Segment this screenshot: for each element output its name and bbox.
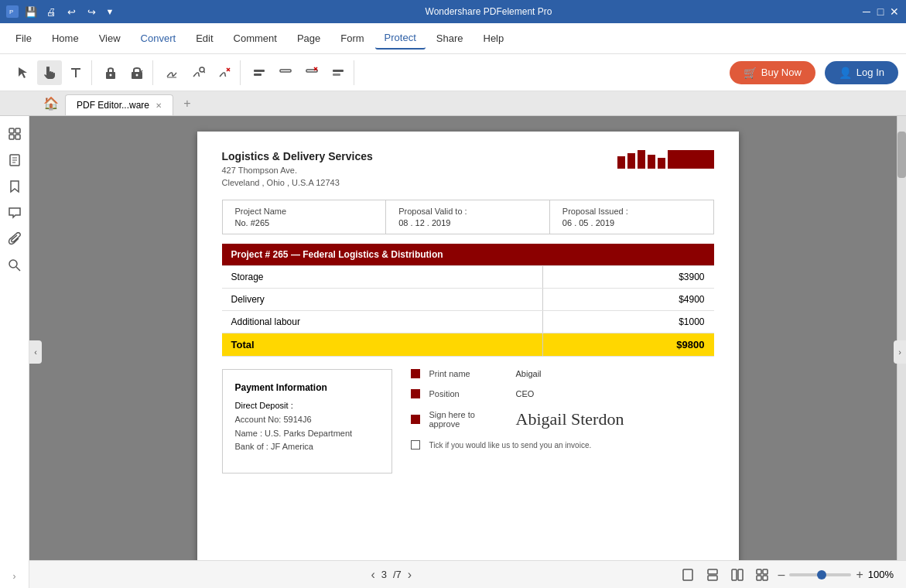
sidebar-search-icon[interactable] [3, 254, 26, 277]
current-page: 3 [381, 569, 387, 580]
sidebar-attachment-icon[interactable] [3, 227, 26, 251]
lock-password-button[interactable] [98, 60, 123, 85]
svg-line-7 [141, 70, 142, 72]
clear-sign-button[interactable] [212, 60, 237, 85]
select-tool-button[interactable] [11, 60, 36, 85]
sidebar-pages-icon[interactable] [3, 149, 26, 172]
menu-convert[interactable]: Convert [132, 28, 186, 49]
svg-point-4 [110, 74, 112, 76]
item-name-labour: Additional labour [222, 311, 543, 333]
status-right: – + 100% [679, 566, 894, 584]
cart-icon: 🛒 [744, 67, 757, 79]
table-row-total: Total $9800 [222, 333, 714, 357]
menu-share[interactable]: Share [427, 28, 473, 49]
svg-rect-22 [15, 128, 20, 133]
payment-account: Account No: 5914J6 [235, 413, 379, 427]
svg-rect-14 [254, 74, 262, 76]
svg-rect-19 [333, 70, 344, 72]
menu-file[interactable]: File [6, 28, 41, 49]
menu-comment[interactable]: Comment [224, 28, 286, 49]
bar-1 [617, 156, 625, 169]
left-panel-toggle[interactable]: ‹ [29, 340, 42, 364]
page-navigation: ‹ 3 /7 › [371, 568, 412, 582]
toolbar: 🛒 Buy Now 👤 Log In [0, 54, 906, 91]
home-tab-icon[interactable]: 🏠 [39, 91, 63, 115]
tab-close-button[interactable]: ✕ [156, 101, 162, 110]
menu-bar: File Home View Convert Edit Comment Page… [0, 23, 906, 54]
menu-edit[interactable]: Edit [186, 28, 222, 49]
left-sidebar: › [0, 116, 29, 588]
item-amount-delivery: $4900 [542, 289, 713, 311]
menu-protect[interactable]: Protect [375, 27, 426, 50]
bar-2 [627, 153, 635, 169]
sig-print-label: Print name [429, 369, 507, 378]
item-amount-storage: $3900 [542, 266, 713, 289]
bar-4 [648, 155, 655, 169]
hand-tool-button[interactable] [37, 60, 62, 85]
zoom-out-button[interactable]: – [778, 568, 785, 582]
table-row-delivery: Delivery $4900 [222, 289, 714, 311]
payment-bank: Bank of : JF America [235, 440, 379, 454]
menu-help[interactable]: Help [474, 28, 514, 49]
save-icon[interactable]: 💾 [23, 4, 39, 19]
find-sign-button[interactable] [186, 60, 210, 85]
next-page-button[interactable]: › [408, 568, 412, 582]
login-button[interactable]: 👤 Log In [825, 61, 898, 84]
sidebar-thumbnail-icon[interactable] [3, 122, 26, 145]
close-button[interactable]: ✕ [889, 6, 900, 17]
svg-rect-13 [254, 70, 265, 72]
svg-rect-33 [708, 576, 717, 580]
prev-page-button[interactable]: ‹ [371, 568, 374, 582]
sidebar-bookmark-icon[interactable] [3, 175, 26, 198]
sig-tick-label: Tick if you would like us to send you an… [429, 441, 714, 450]
document-tab[interactable]: PDF Editor...ware ✕ [65, 94, 173, 115]
dropdown-icon[interactable]: ▼ [104, 5, 116, 18]
direct-deposit-label: Direct Deposit : [235, 401, 379, 410]
total-pages: /7 [393, 569, 402, 580]
undo-icon[interactable]: ↩ [63, 4, 79, 19]
redo-icon[interactable]: ↪ [84, 4, 99, 19]
zoom-in-button[interactable]: + [856, 568, 863, 582]
single-page-view-button[interactable] [679, 566, 697, 584]
menu-form[interactable]: Form [331, 28, 373, 49]
grid-view-button[interactable] [753, 566, 771, 584]
minimize-button[interactable]: ─ [861, 6, 872, 17]
item-name-storage: Storage [222, 266, 543, 289]
sig-row-sign: Sign here to approve Abigail Sterdon [411, 409, 714, 429]
total-label: Total [222, 333, 543, 357]
sig-checkbox-position [411, 389, 420, 398]
two-page-view-button[interactable] [728, 566, 747, 584]
unmark-redact-button[interactable] [299, 60, 324, 85]
sig-checkbox-sign [411, 415, 420, 424]
zoom-slider-thumb[interactable] [817, 570, 826, 579]
sig-sign-value: Abigail Sterdon [516, 409, 624, 429]
new-tab-button[interactable]: + [178, 94, 197, 113]
menu-view[interactable]: View [90, 28, 130, 49]
svg-rect-34 [732, 569, 737, 580]
scrollbar-thumb[interactable] [897, 132, 906, 178]
table-row-labour: Additional labour $1000 [222, 311, 714, 333]
sign-button[interactable] [159, 60, 184, 85]
sidebar-collapse-button[interactable]: › [13, 571, 16, 582]
right-panel-toggle[interactable]: › [894, 340, 906, 364]
apply-redact-button[interactable] [326, 60, 350, 85]
item-name-delivery: Delivery [222, 289, 543, 311]
zoom-slider[interactable] [789, 573, 851, 576]
continuous-view-button[interactable] [703, 566, 722, 584]
lock-permission-button[interactable] [125, 60, 149, 85]
menu-page[interactable]: Page [288, 28, 330, 49]
main-layout: › ‹ › Logistics & Delivery Services 427 … [0, 116, 906, 588]
maximize-button[interactable]: □ [875, 6, 886, 17]
text-tool-button[interactable] [63, 60, 88, 85]
item-amount-labour: $1000 [542, 311, 713, 333]
menu-home[interactable]: Home [43, 28, 88, 49]
print-icon[interactable]: 🖨 [43, 4, 59, 19]
tab-bar: 🏠 PDF Editor...ware ✕ + [0, 91, 906, 116]
svg-text:P: P [9, 9, 13, 15]
mark-redact-button[interactable] [273, 60, 298, 85]
svg-line-10 [203, 71, 205, 73]
redact-button[interactable] [247, 60, 272, 85]
sidebar-comment-icon[interactable] [3, 201, 26, 224]
buy-now-button[interactable]: 🛒 Buy Now [730, 61, 815, 84]
vertical-scrollbar[interactable] [897, 116, 906, 560]
